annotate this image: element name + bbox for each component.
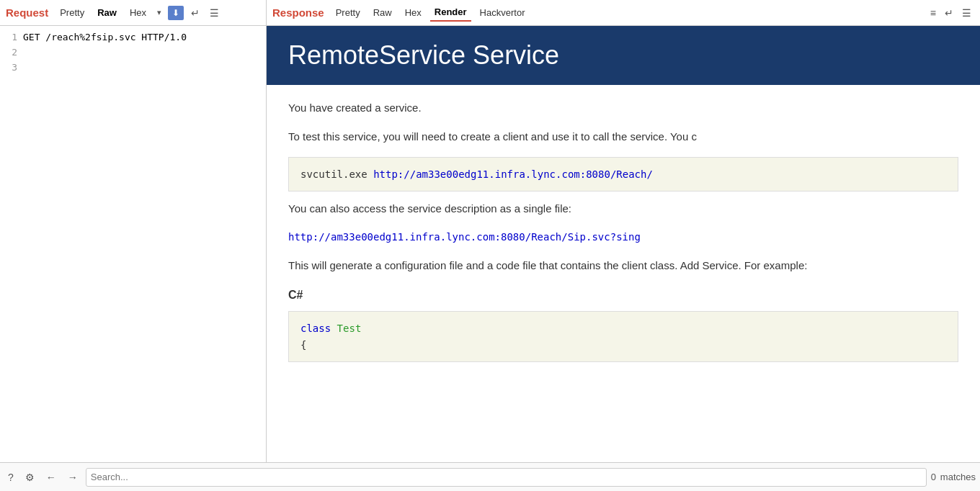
paste-button[interactable]: ⬇ <box>168 6 184 20</box>
help-button[interactable]: ? <box>4 469 17 485</box>
single-wsdl-link[interactable]: http://am33e00edg11.infra.lync.com:8080/… <box>288 229 958 245</box>
request-header: Request Pretty Raw Hex ▾ ⬇ ↵ ☰ <box>0 0 267 25</box>
main-content: 1GET /reach%2fsip.svc HTTP/1.0 2 3 Remot… <box>0 26 980 462</box>
response-tab-raw[interactable]: Raw <box>369 4 396 21</box>
code-typename: Test <box>337 323 362 334</box>
wrap-icon[interactable]: ↵ <box>188 6 202 20</box>
service-heading: RemoteService Service <box>288 40 958 71</box>
request-line-2: 2 <box>6 45 260 60</box>
request-tab-dropdown[interactable]: ▾ <box>155 6 164 19</box>
line-num-2: 2 <box>6 45 17 60</box>
response-icons: ≡ ↵ ☰ <box>927 6 974 20</box>
service-page-header: RemoteService Service <box>267 26 980 85</box>
settings-button[interactable]: ⚙ <box>22 469 38 485</box>
bottom-bar: ? ⚙ ← → 0 matches <box>0 462 980 491</box>
request-panel: 1GET /reach%2fsip.svc HTTP/1.0 2 3 <box>0 26 267 462</box>
request-line-3: 3 <box>6 60 260 76</box>
response-icon-1[interactable]: ≡ <box>927 6 939 20</box>
response-panel: RemoteService Service You have created a… <box>267 26 980 462</box>
request-tab-raw[interactable]: Raw <box>93 4 121 21</box>
response-tab-pretty[interactable]: Pretty <box>331 4 365 21</box>
request-line-1: 1GET /reach%2fsip.svc HTTP/1.0 <box>6 30 260 45</box>
forward-button[interactable]: → <box>64 469 81 485</box>
response-tab-hex[interactable]: Hex <box>401 4 426 21</box>
search-input[interactable] <box>86 468 927 487</box>
response-tab-hackvertor[interactable]: Hackvertor <box>476 4 530 21</box>
svcutil-code-block: svcutil.exe http://am33e00edg11.infra.ly… <box>288 157 958 192</box>
code-brace: { <box>300 339 306 351</box>
line-num-3: 3 <box>6 60 17 76</box>
request-tab-hex[interactable]: Hex <box>125 4 151 21</box>
service-para-1: You have created a service. <box>288 99 958 117</box>
request-tab-pretty[interactable]: Pretty <box>55 4 89 21</box>
service-para-2: To test this service, you will need to c… <box>288 128 958 145</box>
request-body: 1GET /reach%2fsip.svc HTTP/1.0 2 3 <box>0 26 266 462</box>
response-content: RemoteService Service You have created a… <box>267 26 980 377</box>
service-body: You have created a service. To test this… <box>267 85 980 377</box>
request-title: Request <box>6 6 48 19</box>
line-num-1: 1 <box>6 30 17 45</box>
top-bar: Request Pretty Raw Hex ▾ ⬇ ↵ ☰ Response … <box>0 0 980 26</box>
response-header: Response Pretty Raw Hex Render Hackverto… <box>267 0 980 25</box>
csharp-label: C# <box>288 286 958 305</box>
request-menu-icon[interactable]: ☰ <box>207 6 222 20</box>
response-title: Response <box>272 6 324 19</box>
back-button[interactable]: ← <box>43 469 60 485</box>
csharp-code-sample: class Test { <box>288 311 958 362</box>
matches-label: matches <box>940 472 976 482</box>
matches-count: 0 <box>931 472 936 482</box>
code-keyword: class <box>300 323 331 334</box>
service-para-3: You can also access the service descript… <box>288 200 958 217</box>
response-icon-2[interactable]: ↵ <box>942 6 956 20</box>
response-tab-render[interactable]: Render <box>430 4 471 22</box>
line-text-1: GET /reach%2fsip.svc HTTP/1.0 <box>23 32 187 42</box>
svcutil-prefix: svcutil.exe <box>300 168 373 180</box>
svcutil-link[interactable]: http://am33e00edg11.infra.lync.com:8080/… <box>373 168 653 180</box>
response-icon-3[interactable]: ☰ <box>959 6 974 20</box>
service-para-4: This will generate a configuration file … <box>288 257 958 274</box>
